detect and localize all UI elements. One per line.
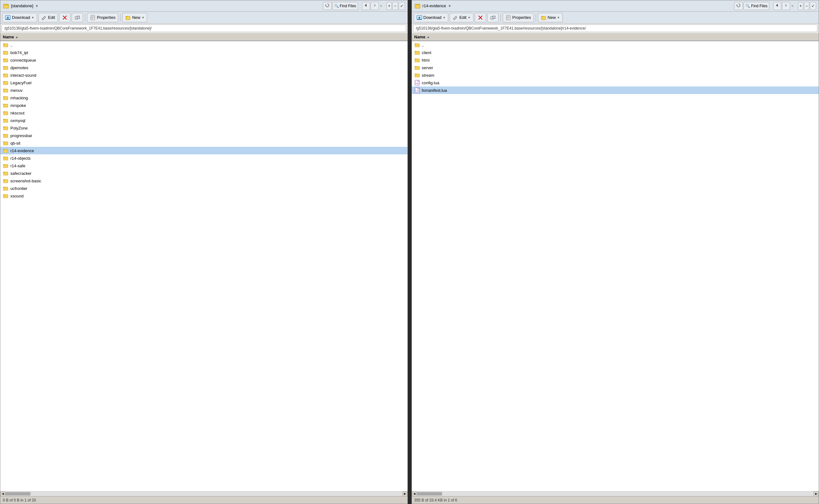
right-edit-btn[interactable]: Edit ▼ — [450, 13, 473, 22]
right-col-sort[interactable]: ▲ — [427, 35, 430, 39]
right-scroll-thumb[interactable] — [417, 492, 442, 496]
left-btn-check[interactable]: ✓ — [399, 2, 405, 10]
left-find-files[interactable]: 🔍 Find Files — [332, 2, 358, 10]
list-item[interactable]: mhacking — [0, 94, 407, 102]
right-col-name: Name — [414, 35, 425, 39]
right-title-dropdown[interactable]: ▼ — [448, 4, 451, 8]
left-scroll-right[interactable]: ▶ — [402, 491, 407, 496]
list-item[interactable]: r14-safe — [0, 162, 407, 169]
left-sep-2 — [120, 14, 120, 21]
left-btn-minus[interactable]: − — [392, 2, 398, 10]
list-item[interactable]: oxmysql — [0, 117, 407, 124]
left-item-parent[interactable]: .. — [0, 41, 407, 49]
left-path-bar[interactable]: /g510136/gta5-fivem-txadmin/QBCoreFramew… — [2, 25, 406, 32]
right-status-bar: 355 B of 33.4 KB in 1 of 6 — [412, 496, 819, 504]
list-item[interactable]: r14-objects — [0, 154, 407, 162]
left-scrollbar[interactable]: ◀ ▶ — [0, 491, 407, 496]
list-item[interactable]: PolyZone — [0, 124, 407, 132]
lua-file-icon: lua — [414, 80, 420, 86]
find-icon-left: 🔍 — [334, 4, 339, 8]
right-scroll-right[interactable]: ▶ — [814, 491, 819, 496]
right-nav-reload[interactable] — [734, 2, 743, 10]
right-scroll-left[interactable]: ◀ — [412, 491, 417, 496]
left-properties-btn[interactable]: Properties — [87, 13, 118, 22]
svg-marker-2 — [325, 4, 326, 5]
list-item[interactable]: dpemotes — [0, 64, 407, 71]
right-btn-check[interactable]: ✓ — [810, 2, 816, 10]
left-parent-icon — [3, 42, 8, 48]
right-selected-item[interactable]: lua fxmanifest.lua — [412, 86, 819, 94]
list-item[interactable]: bob74_ipl — [0, 49, 407, 56]
right-delete-btn[interactable] — [475, 13, 486, 22]
left-edit-btn[interactable]: Edit — [38, 13, 58, 22]
left-nav-reload[interactable] — [323, 2, 332, 10]
file-name: r14-safe — [10, 163, 25, 168]
list-item[interactable]: lua config.lua — [412, 79, 819, 86]
file-name: xsound — [10, 194, 24, 198]
left-btn-plus[interactable]: + — [386, 2, 392, 10]
left-scroll-left[interactable]: ◀ — [0, 491, 5, 496]
left-move-btn[interactable] — [72, 13, 83, 22]
folder-icon — [3, 186, 8, 191]
left-scroll-thumb[interactable] — [5, 492, 30, 496]
folder-icon — [3, 163, 8, 169]
svg-marker-42 — [736, 4, 738, 5]
left-dropdown-nav[interactable]: ▼ — [379, 4, 383, 8]
list-item[interactable]: menuv — [0, 86, 407, 94]
left-scroll-track[interactable] — [5, 491, 402, 496]
folder-icon — [414, 57, 420, 63]
list-item[interactable]: screenshot-basic — [0, 177, 407, 185]
list-item[interactable]: ucfrontier — [0, 185, 407, 192]
left-title-dropdown[interactable]: ▼ — [35, 4, 39, 8]
list-item[interactable]: LegacyFuel — [0, 79, 407, 86]
right-edit-dropdown[interactable]: ▼ — [468, 16, 471, 19]
right-btn-plus[interactable]: + — [798, 2, 803, 10]
file-name: stream — [422, 73, 434, 78]
right-item-parent[interactable]: .. — [412, 41, 819, 49]
left-new-dropdown[interactable]: ▼ — [141, 16, 144, 19]
right-forward-btn[interactable] — [782, 2, 790, 10]
left-back-btn[interactable] — [362, 2, 370, 10]
left-file-list[interactable]: .. bob74_ipl connectqueue dpemotes — [0, 41, 407, 491]
list-item[interactable]: xsound — [0, 192, 407, 200]
left-forward-btn[interactable] — [371, 2, 379, 10]
right-dropdown-nav[interactable]: ▼ — [791, 4, 794, 8]
right-new-btn[interactable]: New ▼ — [538, 13, 563, 22]
right-panel-icon — [414, 3, 421, 9]
list-item[interactable]: safecracker — [0, 169, 407, 177]
right-scroll-track[interactable] — [417, 491, 814, 496]
right-parent-icon — [414, 42, 420, 48]
right-btn-minus[interactable]: − — [804, 2, 809, 10]
left-selected-item[interactable]: r14-evidence — [0, 147, 407, 154]
right-find-files[interactable]: 🔍 Find Files — [744, 2, 769, 10]
left-download-dropdown[interactable]: ▼ — [31, 16, 34, 19]
left-col-sort[interactable]: ▲ — [15, 35, 18, 39]
list-item[interactable]: qb-sit — [0, 139, 407, 147]
folder-icon — [3, 50, 8, 55]
left-download-btn[interactable]: Download ▼ — [2, 13, 37, 22]
right-download-dropdown[interactable]: ▼ — [443, 16, 445, 19]
list-item[interactable]: nkscout — [0, 109, 407, 117]
file-name: mhacking — [10, 96, 28, 100]
right-file-list[interactable]: .. client html server — [412, 41, 819, 491]
right-path-bar[interactable]: /g510136/gta5-fivem-txadmin/QBCoreFramew… — [413, 25, 818, 32]
folder-icon — [3, 178, 8, 184]
right-new-dropdown[interactable]: ▼ — [557, 16, 560, 19]
left-delete-btn[interactable] — [59, 13, 70, 22]
list-item[interactable]: stream — [412, 71, 819, 79]
svg-rect-52 — [493, 16, 495, 19]
list-item[interactable]: server — [412, 64, 819, 71]
right-download-btn[interactable]: Download ▼ — [414, 13, 449, 22]
folder-icon — [3, 65, 8, 70]
right-scrollbar[interactable]: ◀ ▶ — [412, 491, 819, 496]
list-item[interactable]: interact-sound — [0, 71, 407, 79]
list-item[interactable]: connectqueue — [0, 56, 407, 64]
list-item[interactable]: client — [412, 49, 819, 56]
list-item[interactable]: progressbar — [0, 132, 407, 139]
list-item[interactable]: html — [412, 56, 819, 64]
right-properties-btn[interactable]: Properties — [503, 13, 534, 22]
list-item[interactable]: mrspoke — [0, 102, 407, 109]
right-back-btn[interactable] — [773, 2, 781, 10]
left-new-btn[interactable]: New ▼ — [122, 13, 147, 22]
right-move-btn[interactable] — [487, 13, 499, 22]
